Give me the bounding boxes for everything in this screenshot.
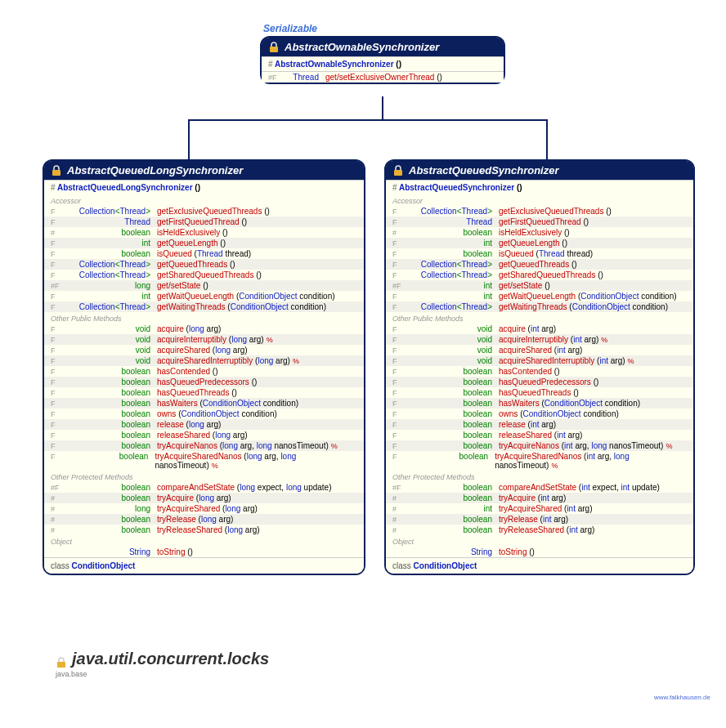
modifier: F bbox=[51, 271, 67, 279]
return-type: boolean bbox=[409, 525, 499, 534]
modifier: # bbox=[392, 516, 409, 524]
modifier: # bbox=[51, 516, 67, 524]
method-row: #booleantryReleaseShared (long arg) bbox=[44, 525, 364, 535]
method-sig: getQueuedThreads () bbox=[157, 260, 235, 269]
method-sig: acquireShared (long arg) bbox=[157, 346, 248, 355]
return-type: boolean bbox=[67, 420, 157, 429]
return-type: int bbox=[409, 239, 499, 248]
modifier: #F bbox=[392, 282, 409, 290]
method-sig: tryAcquireSharedNanos (int arg, long nan… bbox=[495, 452, 687, 470]
package-name: java.util.concurrent.locks bbox=[72, 650, 269, 668]
method-row: #FbooleancompareAndSetState (long expect… bbox=[44, 482, 364, 493]
inner-class: class ConditionObject bbox=[44, 557, 364, 574]
method-row: FintgetQueueLength () bbox=[44, 238, 364, 248]
method-row: FCollection<Thread>getSharedQueuedThread… bbox=[386, 270, 693, 280]
method-sig: owns (ConditionObject condition) bbox=[157, 409, 277, 418]
group-heading: Other Public Methods bbox=[44, 312, 364, 324]
return-type: Collection<Thread> bbox=[409, 302, 499, 311]
modifier: #F bbox=[51, 484, 67, 492]
return-type: Thread bbox=[285, 73, 325, 82]
svg-rect-0 bbox=[270, 47, 278, 52]
method-row: FbooleanreleaseShared (int arg) bbox=[386, 430, 693, 440]
return-type: Collection<Thread> bbox=[409, 260, 499, 269]
method-sig: compareAndSetState (int expect, int upda… bbox=[499, 483, 660, 492]
method-row: FbooleantryAcquireNanos (long arg, long … bbox=[44, 440, 364, 451]
modifier: F bbox=[392, 336, 409, 344]
method-name: get/setExclusiveOwnerThread () bbox=[325, 73, 442, 82]
return-type: Collection<Thread> bbox=[67, 207, 157, 216]
return-type: void bbox=[67, 324, 157, 333]
modifier: F bbox=[51, 346, 67, 355]
method-row: Fvoidacquire (long arg) bbox=[44, 324, 364, 334]
module-base: java.base bbox=[56, 670, 87, 678]
method-row: FbooleantryAcquireSharedNanos (int arg, … bbox=[386, 451, 693, 471]
method-row: FbooleantryAcquireSharedNanos (long arg,… bbox=[44, 451, 364, 471]
method-sig: getSharedQueuedThreads () bbox=[499, 270, 603, 279]
method-row: #Flongget/setState () bbox=[44, 280, 364, 291]
method-sig: toString () bbox=[499, 547, 535, 556]
return-type: boolean bbox=[67, 228, 157, 237]
return-type: int bbox=[409, 292, 499, 301]
return-type: Collection<Thread> bbox=[67, 260, 157, 269]
modifier: #F bbox=[392, 484, 409, 492]
return-type: boolean bbox=[67, 409, 157, 418]
method-sig: releaseShared (int arg) bbox=[499, 431, 582, 440]
class-box-queued: AbstractQueuedSynchronizer# AbstractQueu… bbox=[384, 159, 695, 575]
return-type: boolean bbox=[67, 494, 157, 502]
return-type: boolean bbox=[67, 515, 157, 524]
modifier: F bbox=[392, 218, 409, 226]
method-sig: tryAcquireNanos (int arg, long nanosTime… bbox=[499, 441, 672, 450]
method-sig: acquire (int arg) bbox=[499, 324, 556, 333]
modifier: F bbox=[51, 261, 67, 269]
interface-label: Serializable bbox=[263, 23, 317, 34]
method-row: #booleantryAcquire (int arg) bbox=[386, 493, 693, 503]
method-sig: acquireSharedInterruptibly (int arg)% bbox=[499, 356, 634, 365]
method-sig: tryAcquireShared (int arg) bbox=[499, 504, 593, 513]
svg-rect-2 bbox=[394, 170, 402, 176]
return-type: boolean bbox=[409, 494, 499, 502]
method-sig: getWaitingThreads (ConditionObject condi… bbox=[157, 302, 326, 311]
method-row: FCollection<Thread>getQueuedThreads () bbox=[386, 259, 693, 270]
modifier: # bbox=[51, 229, 67, 237]
return-type: Collection<Thread> bbox=[67, 270, 157, 279]
method-row: Fbooleanrelease (int arg) bbox=[386, 419, 693, 430]
return-type: boolean bbox=[67, 452, 155, 461]
return-type: boolean bbox=[409, 420, 499, 429]
return-type: int bbox=[67, 292, 157, 301]
method-sig: hasContended () bbox=[499, 367, 560, 376]
modifier: F bbox=[392, 368, 409, 376]
return-type: Thread bbox=[409, 217, 499, 226]
method-row: FintgetWaitQueueLength (ConditionObject … bbox=[44, 291, 364, 301]
return-type: boolean bbox=[408, 452, 495, 461]
return-type: boolean bbox=[409, 431, 499, 440]
modifier: # bbox=[392, 494, 409, 502]
method-sig: tryRelease (long arg) bbox=[157, 515, 233, 524]
constructor: # AbstractQueuedSynchronizer () bbox=[386, 180, 693, 194]
method-sig: tryAcquireSharedNanos (long arg, long na… bbox=[155, 452, 357, 470]
return-type: int bbox=[409, 281, 499, 290]
modifier: F bbox=[392, 293, 409, 301]
method-sig: getExclusiveQueuedThreads () bbox=[499, 207, 612, 216]
method-row: StringtoString () bbox=[386, 547, 693, 557]
modifier: F bbox=[392, 389, 409, 397]
modifier: F bbox=[51, 357, 67, 365]
modifier: F bbox=[51, 389, 67, 397]
line bbox=[382, 96, 383, 121]
method-sig: getFirstQueuedThread () bbox=[157, 217, 247, 226]
method-row: FvoidacquireInterruptibly (int arg)% bbox=[386, 334, 693, 345]
return-type: boolean bbox=[409, 388, 499, 397]
method-row: FbooleanhasQueuedThreads () bbox=[386, 387, 693, 398]
method-row: #booleantryRelease (int arg) bbox=[386, 514, 693, 525]
modifier: F bbox=[51, 325, 67, 333]
method-row: #FThreadget/setExclusiveOwnerThread () bbox=[262, 72, 504, 83]
method-sig: tryRelease (int arg) bbox=[499, 515, 568, 524]
return-type: boolean bbox=[67, 377, 157, 386]
method-sig: getFirstQueuedThread () bbox=[499, 217, 589, 226]
return-type: Collection<Thread> bbox=[409, 207, 499, 216]
method-row: #inttryAcquireShared (int arg) bbox=[386, 503, 693, 514]
inner-class: class ConditionObject bbox=[386, 557, 693, 574]
modifier: # bbox=[51, 505, 67, 513]
method-row: FCollection<Thread>getSharedQueuedThread… bbox=[44, 270, 364, 280]
return-type: boolean bbox=[67, 249, 157, 258]
method-sig: release (long arg) bbox=[157, 420, 221, 429]
